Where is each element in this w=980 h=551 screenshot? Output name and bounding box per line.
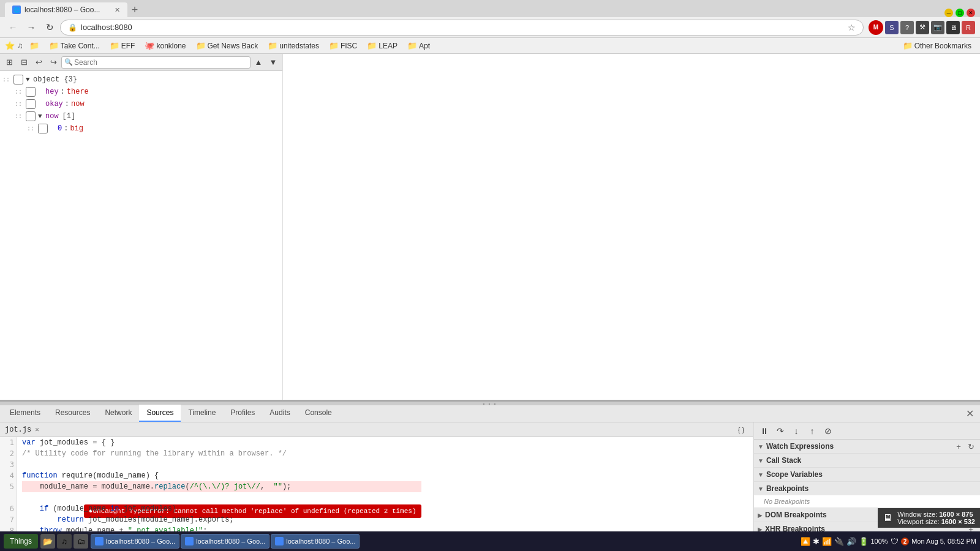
- search-next-button[interactable]: ▼: [266, 56, 280, 69]
- call-stack-header[interactable]: ▼ Call Stack: [754, 454, 980, 467]
- tab-elements[interactable]: Elements: [2, 405, 48, 422]
- chrome-ext-icon3[interactable]: ⚒: [916, 21, 929, 34]
- watch-refresh-button[interactable]: ↻: [965, 441, 976, 452]
- bookmark-eff[interactable]: 📁 EFF: [106, 40, 139, 51]
- back-button[interactable]: ←: [5, 20, 21, 36]
- step-into-button[interactable]: ↓: [790, 424, 803, 438]
- battery-percent: 100%: [871, 538, 888, 545]
- tab-resources[interactable]: Resources: [48, 405, 97, 422]
- bookmark-unitedstates[interactable]: 📁 unitedstates: [264, 40, 323, 51]
- tab-audits[interactable]: Audits: [262, 405, 297, 422]
- chrome-ext-icon1[interactable]: S: [885, 21, 899, 34]
- url-text[interactable]: localhost:8080: [81, 23, 844, 32]
- taskbar-icon-music[interactable]: ♫: [57, 534, 72, 549]
- gmail-icon[interactable]: M: [869, 20, 883, 35]
- maximize-button[interactable]: □: [956, 9, 964, 17]
- breakpoints-header[interactable]: ▼ Breakpoints: [754, 482, 980, 495]
- tab-bar: 🌐 localhost:8080 – Goo... ✕ + ─ □ ✕: [0, 0, 980, 17]
- inspector-toolbar: ⊞ ⊟ ↩ ↪ 🔍 ▲ ▼: [0, 54, 282, 71]
- address-bar[interactable]: 🔒 localhost:8080 ☆: [60, 20, 864, 36]
- chrome-ext-icon4[interactable]: 📷: [931, 21, 944, 34]
- inspector-search-input[interactable]: [61, 56, 251, 69]
- music-icon: ♫: [17, 41, 23, 50]
- network-icon: 🔌: [834, 537, 844, 546]
- row-checkbox-now[interactable]: [26, 111, 36, 121]
- tree-row-object[interactable]: :: ▼ object {3}: [0, 73, 282, 86]
- star-icon[interactable]: ☆: [848, 23, 856, 32]
- value-there: there: [67, 88, 89, 96]
- bookmark-getnewsback[interactable]: 📁 Get News Back: [192, 40, 262, 51]
- tab-close-button[interactable]: ✕: [115, 6, 120, 14]
- row-checkbox-hey[interactable]: [26, 87, 36, 97]
- deactivate-button[interactable]: ⊘: [821, 424, 835, 438]
- window-2-icon: [185, 537, 194, 545]
- devtools-close-button[interactable]: ✕: [962, 405, 978, 422]
- inspector-content: :: ▼ object {3} :: hey : there ::: [0, 71, 282, 137]
- taskbar-icon-files[interactable]: 📂: [40, 534, 55, 549]
- code-line-5: module_name = module_name.replace(/^(\.\…: [22, 481, 421, 492]
- tree-row-okay[interactable]: :: okay : now: [12, 98, 282, 110]
- line-num-1: 1: [2, 437, 14, 448]
- inspector-expand-button[interactable]: ⊞: [2, 56, 16, 69]
- window-size-text: Window size: 1600 × 875: [897, 511, 975, 518]
- bookmark-fisc[interactable]: 📁 FISC: [325, 40, 361, 51]
- tree-row-hey[interactable]: :: hey : there: [12, 86, 282, 98]
- bookmark-konklone[interactable]: 🐙 konklone: [141, 40, 189, 51]
- forward-button[interactable]: →: [23, 20, 39, 36]
- inspector-prev-button[interactable]: ↩: [32, 56, 45, 69]
- bookmark-leap[interactable]: 📁 LEAP: [363, 40, 401, 51]
- expand-arrow-now[interactable]: ▼: [38, 113, 45, 120]
- inspector-next-button[interactable]: ↪: [47, 56, 60, 69]
- colon-0: :: [64, 124, 68, 133]
- bookmark-other[interactable]: 📁 Other Bookmarks: [899, 40, 975, 51]
- bookmark-us-label: unitedstates: [279, 42, 319, 50]
- row-checkbox-object[interactable]: [13, 75, 23, 84]
- object-inspector: ⊞ ⊟ ↩ ↪ 🔍 ▲ ▼ :: ▼ object {3}: [0, 54, 283, 400]
- pretty-print-button[interactable]: { }: [734, 423, 748, 437]
- chrome-ext-icon5[interactable]: 🖥: [946, 21, 960, 34]
- step-over-button[interactable]: ↷: [774, 424, 787, 438]
- pause-button[interactable]: ⏸: [758, 424, 771, 438]
- line-num-6: 6: [2, 503, 14, 514]
- tab-console[interactable]: Console: [298, 405, 339, 422]
- refresh-button[interactable]: ↻: [42, 20, 58, 36]
- object-label: object {3}: [33, 75, 77, 84]
- bookmark-apt[interactable]: 📁 Apt: [404, 40, 434, 51]
- watch-expressions-header[interactable]: ▼ Watch Expressions + ↻: [754, 440, 980, 453]
- start-button[interactable]: Things: [4, 534, 38, 549]
- row-checkbox-0[interactable]: [38, 124, 48, 133]
- taskbar-window-1[interactable]: localhost:8080 – Goo...: [91, 534, 179, 549]
- search-prev-button[interactable]: ▲: [252, 56, 265, 69]
- code-line-error-tooltip: ●Uncaught TypeError: Cannot call method …: [22, 492, 421, 503]
- taskbar-window-3[interactable]: localhost:8080 – Goo...: [271, 534, 360, 549]
- code-line-1: var jot_modules = { }: [22, 437, 421, 448]
- taskbar-window-2[interactable]: localhost:8080 – Goo...: [181, 534, 270, 549]
- new-tab-button[interactable]: +: [127, 2, 142, 17]
- close-button[interactable]: ✕: [967, 9, 975, 17]
- minimize-button[interactable]: ─: [944, 9, 953, 17]
- tab-sources[interactable]: Sources: [139, 405, 181, 422]
- tab-profiles[interactable]: Profiles: [223, 405, 262, 422]
- chrome-ext-icon2[interactable]: ?: [900, 21, 914, 34]
- watch-add-button[interactable]: +: [953, 441, 964, 452]
- scope-variables-header[interactable]: ▼ Scope Variables: [754, 468, 980, 481]
- source-file-close[interactable]: ✕: [35, 425, 39, 433]
- inspector-collapse-button[interactable]: ⊟: [17, 56, 31, 69]
- scope-variables-title: Scope Variables: [766, 470, 976, 479]
- active-tab[interactable]: 🌐 localhost:8080 – Goo... ✕: [5, 2, 127, 17]
- row-checkbox-okay[interactable]: [26, 99, 36, 109]
- taskbar-icon-folder[interactable]: 🗂: [74, 534, 88, 549]
- tree-row-0[interactable]: :: 0 : big: [24, 122, 282, 135]
- expand-arrow-object[interactable]: ▼: [26, 76, 33, 83]
- start-label: Things: [10, 537, 32, 545]
- top-section: ⊞ ⊟ ↩ ↪ 🔍 ▲ ▼ :: ▼ object {3}: [0, 54, 980, 402]
- bookmark-fisc-label: FISC: [341, 42, 357, 50]
- tab-network[interactable]: Network: [97, 405, 139, 422]
- bookmark-folder-take[interactable]: 📁 Take Cont...: [45, 40, 104, 51]
- drag-handle-0: ::: [27, 126, 36, 132]
- step-out-button[interactable]: ↑: [805, 424, 819, 438]
- chrome-ext-icon6[interactable]: R: [962, 21, 975, 34]
- tree-row-now[interactable]: :: ▼ now [1]: [12, 110, 282, 122]
- tab-timeline[interactable]: Timeline: [181, 405, 223, 422]
- bookmark-folder-apps[interactable]: 📁: [26, 40, 43, 51]
